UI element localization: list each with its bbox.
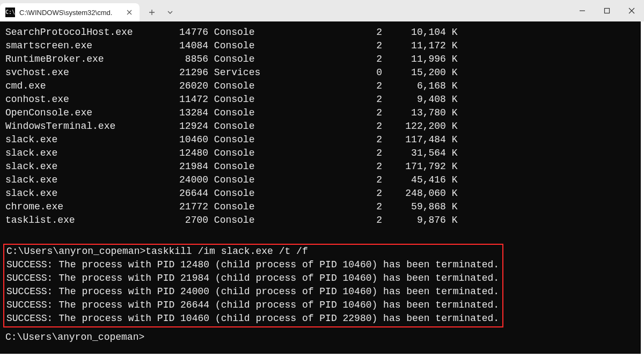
process-name: RuntimeBroker.exe <box>5 53 173 66</box>
maximize-icon <box>604 8 610 14</box>
taskkill-result-line: SUCCESS: The process with PID 26644 (chi… <box>4 298 499 312</box>
window-close-button[interactable] <box>619 0 644 21</box>
process-name: cmd.exe <box>5 79 173 93</box>
process-session: Console <box>214 187 313 200</box>
process-session-id: 2 <box>312 26 382 39</box>
process-memory: 11,996 K <box>382 53 457 66</box>
terminal-output[interactable]: SearchProtocolHost.exe14776 Console210,1… <box>0 21 641 354</box>
new-tab-button[interactable] <box>143 3 161 21</box>
process-pid: 21772 <box>173 200 208 214</box>
process-pid: 10460 <box>173 133 208 147</box>
process-row: slack.exe21984 Console2171,792 K <box>5 160 641 173</box>
process-session-id: 2 <box>312 200 382 214</box>
process-memory: 9,408 K <box>382 93 457 106</box>
process-session-id: 2 <box>312 160 382 173</box>
tab-title: C:\WINDOWS\system32\cmd. <box>19 9 120 17</box>
taskkill-result-line: SUCCESS: The process with PID 12480 (chi… <box>4 258 499 272</box>
window-titlebar: C:\ C:\WINDOWS\system32\cmd. <box>0 0 644 21</box>
process-session-id: 2 <box>312 120 382 133</box>
process-session: Console <box>214 147 313 160</box>
process-session-id: 2 <box>312 147 382 160</box>
process-session-id: 2 <box>312 53 382 66</box>
process-memory: 13,780 K <box>382 106 457 120</box>
minimize-icon <box>579 8 586 14</box>
process-row: tasklist.exe2700 Console29,876 K <box>5 214 641 227</box>
process-pid: 2700 <box>173 214 208 227</box>
process-name: slack.exe <box>5 173 173 187</box>
process-name: slack.exe <box>5 160 173 173</box>
process-memory: 11,172 K <box>382 39 457 53</box>
process-pid: 26644 <box>173 187 208 200</box>
process-row: svchost.exe21296 Services015,200 K <box>5 66 641 79</box>
close-icon <box>127 10 132 15</box>
process-row: slack.exe10460 Console2117,484 K <box>5 133 641 147</box>
titlebar-drag-region[interactable] <box>179 0 570 21</box>
process-row: slack.exe12480 Console231,564 K <box>5 147 641 160</box>
process-session-id: 2 <box>312 214 382 227</box>
tab-menu-button[interactable] <box>161 3 179 21</box>
process-memory: 6,168 K <box>382 79 457 93</box>
process-name: slack.exe <box>5 187 173 200</box>
process-memory: 117,484 K <box>382 133 457 147</box>
process-pid: 8856 <box>173 53 208 66</box>
process-row: slack.exe24000 Console245,416 K <box>5 173 641 187</box>
tab-cmd[interactable]: C:\ C:\WINDOWS\system32\cmd. <box>0 3 140 21</box>
process-session-id: 2 <box>312 173 382 187</box>
process-pid: 21296 <box>173 66 208 79</box>
process-session-id: 2 <box>312 106 382 120</box>
process-row: WindowsTerminal.exe12924 Console2122,200… <box>5 120 641 133</box>
process-name: smartscreen.exe <box>5 39 173 53</box>
process-pid: 21984 <box>173 160 208 173</box>
process-row: conhost.exe11472 Console29,408 K <box>5 93 641 106</box>
terminal-container: SearchProtocolHost.exe14776 Console210,1… <box>0 21 644 357</box>
process-pid: 14776 <box>173 26 208 39</box>
chevron-down-icon <box>167 9 173 16</box>
taskkill-result-line: SUCCESS: The process with PID 21984 (chi… <box>4 272 499 285</box>
process-pid: 14084 <box>173 39 208 53</box>
process-session-id: 2 <box>312 93 382 106</box>
close-icon <box>628 8 635 14</box>
process-session: Console <box>214 200 313 214</box>
process-memory: 9,876 K <box>382 214 457 227</box>
command-prompt[interactable]: C:\Users\anyron_copeman> <box>5 331 641 344</box>
maximize-button[interactable] <box>595 0 619 21</box>
process-session: Console <box>214 133 313 147</box>
process-pid: 12924 <box>173 120 208 133</box>
process-name: conhost.exe <box>5 93 173 106</box>
taskkill-result-line: SUCCESS: The process with PID 24000 (chi… <box>4 285 499 298</box>
process-name: OpenConsole.exe <box>5 106 173 120</box>
process-session: Console <box>214 173 313 187</box>
minimize-button[interactable] <box>570 0 595 21</box>
taskkill-result-line: SUCCESS: The process with PID 10460 (chi… <box>4 312 499 325</box>
process-memory: 171,792 K <box>382 160 457 173</box>
window-controls <box>570 0 644 21</box>
process-session: Console <box>214 93 313 106</box>
process-row: RuntimeBroker.exe8856 Console211,996 K <box>5 53 641 66</box>
process-memory: 15,200 K <box>382 66 457 79</box>
process-session: Console <box>214 160 313 173</box>
process-memory: 31,564 K <box>382 147 457 160</box>
process-session-id: 2 <box>312 133 382 147</box>
process-row: SearchProtocolHost.exe14776 Console210,1… <box>5 26 641 39</box>
process-session: Console <box>214 53 313 66</box>
process-row: smartscreen.exe14084 Console211,172 K <box>5 39 641 53</box>
process-name: svchost.exe <box>5 66 173 79</box>
process-session: Console <box>214 214 313 227</box>
tab-close-button[interactable] <box>125 8 134 17</box>
highlighted-region: C:\Users\anyron_copeman>taskkill /im sla… <box>3 244 503 327</box>
taskkill-command-line: C:\Users\anyron_copeman>taskkill /im sla… <box>4 245 499 258</box>
process-pid: 12480 <box>173 147 208 160</box>
process-row: chrome.exe21772 Console259,868 K <box>5 200 641 214</box>
process-session-id: 2 <box>312 79 382 93</box>
svg-rect-0 <box>605 9 610 13</box>
process-pid: 13284 <box>173 106 208 120</box>
process-memory: 45,416 K <box>382 173 457 187</box>
process-pid: 24000 <box>173 173 208 187</box>
process-memory: 59,868 K <box>382 200 457 214</box>
process-pid: 11472 <box>173 93 208 106</box>
process-pid: 26020 <box>173 79 208 93</box>
process-session: Console <box>214 39 313 53</box>
process-session-id: 2 <box>312 39 382 53</box>
process-name: WindowsTerminal.exe <box>5 120 173 133</box>
plus-icon <box>149 9 155 16</box>
